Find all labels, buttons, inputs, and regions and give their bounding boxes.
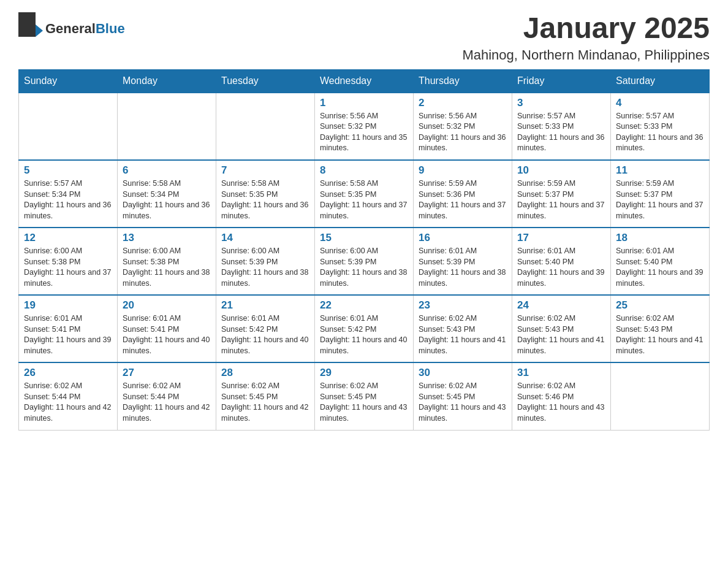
day-number: 20 xyxy=(123,299,211,312)
calendar-header-row: SundayMondayTuesdayWednesdayThursdayFrid… xyxy=(19,69,710,93)
column-header-thursday: Thursday xyxy=(414,69,512,93)
day-number: 29 xyxy=(320,367,408,379)
day-number: 22 xyxy=(320,299,408,312)
column-header-sunday: Sunday xyxy=(19,69,118,93)
column-header-monday: Monday xyxy=(118,69,216,93)
day-number: 31 xyxy=(517,367,605,379)
day-info: Sunrise: 6:01 AMSunset: 5:42 PMDaylight:… xyxy=(320,313,408,356)
day-info: Sunrise: 6:01 AMSunset: 5:40 PMDaylight:… xyxy=(517,246,605,289)
month-title: January 2025 xyxy=(462,12,710,45)
day-number: 8 xyxy=(320,164,408,177)
calendar-cell xyxy=(216,93,315,160)
logo-text: GeneralBlue xyxy=(45,21,125,37)
calendar-cell: 18Sunrise: 6:01 AMSunset: 5:40 PMDayligh… xyxy=(611,228,710,295)
calendar-cell: 19Sunrise: 6:01 AMSunset: 5:41 PMDayligh… xyxy=(19,295,118,362)
calendar-cell: 5Sunrise: 5:57 AMSunset: 5:34 PMDaylight… xyxy=(19,160,118,228)
calendar-cell: 9Sunrise: 5:59 AMSunset: 5:36 PMDaylight… xyxy=(414,160,512,228)
calendar-week-row: 12Sunrise: 6:00 AMSunset: 5:38 PMDayligh… xyxy=(19,228,710,295)
calendar-week-row: 1Sunrise: 5:56 AMSunset: 5:32 PMDaylight… xyxy=(19,93,710,160)
calendar-cell: 30Sunrise: 6:02 AMSunset: 5:45 PMDayligh… xyxy=(414,362,512,430)
day-info: Sunrise: 5:59 AMSunset: 5:37 PMDaylight:… xyxy=(616,178,704,221)
calendar-table: SundayMondayTuesdayWednesdayThursdayFrid… xyxy=(18,69,710,431)
day-number: 7 xyxy=(221,164,309,177)
day-number: 13 xyxy=(123,232,211,244)
calendar-cell: 8Sunrise: 5:58 AMSunset: 5:35 PMDaylight… xyxy=(315,160,414,228)
day-number: 17 xyxy=(517,232,605,244)
calendar-cell: 13Sunrise: 6:00 AMSunset: 5:38 PMDayligh… xyxy=(118,228,216,295)
calendar-cell: 22Sunrise: 6:01 AMSunset: 5:42 PMDayligh… xyxy=(315,295,414,362)
day-number: 21 xyxy=(221,299,309,312)
day-info: Sunrise: 5:58 AMSunset: 5:34 PMDaylight:… xyxy=(123,178,211,221)
day-info: Sunrise: 5:57 AMSunset: 5:33 PMDaylight:… xyxy=(517,111,605,154)
day-info: Sunrise: 6:00 AMSunset: 5:39 PMDaylight:… xyxy=(320,246,408,289)
day-number: 6 xyxy=(123,164,211,177)
calendar-cell: 23Sunrise: 6:02 AMSunset: 5:43 PMDayligh… xyxy=(414,295,512,362)
svg-rect-0 xyxy=(18,12,36,37)
calendar-cell: 27Sunrise: 6:02 AMSunset: 5:44 PMDayligh… xyxy=(118,362,216,430)
day-number: 30 xyxy=(419,367,507,379)
calendar-cell: 26Sunrise: 6:02 AMSunset: 5:44 PMDayligh… xyxy=(19,362,118,430)
day-info: Sunrise: 6:01 AMSunset: 5:41 PMDaylight:… xyxy=(24,313,112,356)
column-header-tuesday: Tuesday xyxy=(216,69,315,93)
day-info: Sunrise: 6:02 AMSunset: 5:43 PMDaylight:… xyxy=(419,313,507,356)
calendar-cell: 28Sunrise: 6:02 AMSunset: 5:45 PMDayligh… xyxy=(216,362,315,430)
day-number: 9 xyxy=(419,164,507,177)
calendar-cell xyxy=(611,362,710,430)
day-info: Sunrise: 6:02 AMSunset: 5:44 PMDaylight:… xyxy=(24,381,112,424)
day-info: Sunrise: 5:58 AMSunset: 5:35 PMDaylight:… xyxy=(221,178,309,221)
column-header-friday: Friday xyxy=(512,69,611,93)
calendar-cell xyxy=(19,93,118,160)
day-number: 5 xyxy=(24,164,112,177)
calendar-cell: 4Sunrise: 5:57 AMSunset: 5:33 PMDaylight… xyxy=(611,93,710,160)
day-info: Sunrise: 5:59 AMSunset: 5:37 PMDaylight:… xyxy=(517,178,605,221)
calendar-cell: 29Sunrise: 6:02 AMSunset: 5:45 PMDayligh… xyxy=(315,362,414,430)
day-info: Sunrise: 5:56 AMSunset: 5:32 PMDaylight:… xyxy=(320,111,408,154)
day-number: 1 xyxy=(320,97,408,109)
logo-blue: Blue xyxy=(96,21,125,36)
day-number: 26 xyxy=(24,367,112,379)
day-info: Sunrise: 5:57 AMSunset: 5:34 PMDaylight:… xyxy=(24,178,112,221)
day-number: 10 xyxy=(517,164,605,177)
day-info: Sunrise: 6:00 AMSunset: 5:39 PMDaylight:… xyxy=(221,246,309,289)
column-header-wednesday: Wednesday xyxy=(315,69,414,93)
day-info: Sunrise: 6:02 AMSunset: 5:45 PMDaylight:… xyxy=(221,381,309,424)
logo-mark xyxy=(18,12,43,45)
day-number: 15 xyxy=(320,232,408,244)
day-number: 19 xyxy=(24,299,112,312)
column-header-saturday: Saturday xyxy=(611,69,710,93)
day-info: Sunrise: 5:58 AMSunset: 5:35 PMDaylight:… xyxy=(320,178,408,221)
svg-marker-1 xyxy=(36,25,43,37)
calendar-cell xyxy=(118,93,216,160)
day-info: Sunrise: 6:01 AMSunset: 5:41 PMDaylight:… xyxy=(123,313,211,356)
calendar-cell: 20Sunrise: 6:01 AMSunset: 5:41 PMDayligh… xyxy=(118,295,216,362)
day-number: 2 xyxy=(419,97,507,109)
day-number: 11 xyxy=(616,164,704,177)
day-number: 28 xyxy=(221,367,309,379)
page-header: GeneralBlue January 2025 Mahinog, Northe… xyxy=(18,12,710,63)
day-info: Sunrise: 6:01 AMSunset: 5:40 PMDaylight:… xyxy=(616,246,704,289)
calendar-week-row: 19Sunrise: 6:01 AMSunset: 5:41 PMDayligh… xyxy=(19,295,710,362)
calendar-cell: 6Sunrise: 5:58 AMSunset: 5:34 PMDaylight… xyxy=(118,160,216,228)
calendar-cell: 17Sunrise: 6:01 AMSunset: 5:40 PMDayligh… xyxy=(512,228,611,295)
calendar-cell: 14Sunrise: 6:00 AMSunset: 5:39 PMDayligh… xyxy=(216,228,315,295)
calendar-cell: 1Sunrise: 5:56 AMSunset: 5:32 PMDaylight… xyxy=(315,93,414,160)
logo-general: General xyxy=(45,21,96,36)
day-number: 27 xyxy=(123,367,211,379)
calendar-week-row: 5Sunrise: 5:57 AMSunset: 5:34 PMDaylight… xyxy=(19,160,710,228)
calendar-cell: 31Sunrise: 6:02 AMSunset: 5:46 PMDayligh… xyxy=(512,362,611,430)
day-info: Sunrise: 5:59 AMSunset: 5:36 PMDaylight:… xyxy=(419,178,507,221)
calendar-cell: 3Sunrise: 5:57 AMSunset: 5:33 PMDaylight… xyxy=(512,93,611,160)
day-number: 16 xyxy=(419,232,507,244)
calendar-cell: 12Sunrise: 6:00 AMSunset: 5:38 PMDayligh… xyxy=(19,228,118,295)
day-info: Sunrise: 6:02 AMSunset: 5:46 PMDaylight:… xyxy=(517,381,605,424)
day-number: 24 xyxy=(517,299,605,312)
day-number: 25 xyxy=(616,299,704,312)
day-info: Sunrise: 6:02 AMSunset: 5:43 PMDaylight:… xyxy=(517,313,605,356)
calendar-cell: 7Sunrise: 5:58 AMSunset: 5:35 PMDaylight… xyxy=(216,160,315,228)
day-number: 23 xyxy=(419,299,507,312)
day-info: Sunrise: 6:02 AMSunset: 5:45 PMDaylight:… xyxy=(419,381,507,424)
day-number: 4 xyxy=(616,97,704,109)
day-info: Sunrise: 6:00 AMSunset: 5:38 PMDaylight:… xyxy=(24,246,112,289)
day-info: Sunrise: 5:57 AMSunset: 5:33 PMDaylight:… xyxy=(616,111,704,154)
calendar-cell: 2Sunrise: 5:56 AMSunset: 5:32 PMDaylight… xyxy=(414,93,512,160)
